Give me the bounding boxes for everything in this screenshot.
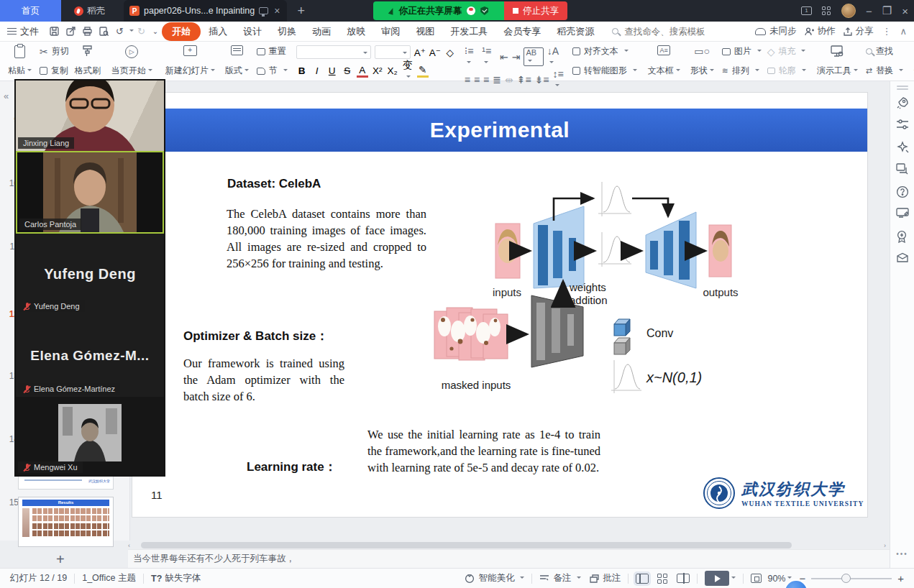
line-spacing-up-icon[interactable]: ⇞≡ <box>517 74 531 86</box>
participant-video-carlos[interactable]: Carlos Pantoja <box>16 151 164 234</box>
increase-font-icon[interactable]: A⁺ <box>414 47 426 58</box>
strikethrough-button[interactable]: S <box>342 65 353 76</box>
smart-beautify-button[interactable]: 智能美化 <box>465 572 524 584</box>
bullet-list-icon[interactable]: ⁝≡ <box>465 45 479 68</box>
distribute-icon[interactable]: ⇹ <box>505 74 513 86</box>
stop-share-button[interactable]: 停止共享 <box>504 1 567 20</box>
text-direction-icon[interactable]: AB <box>524 47 543 66</box>
participant-panel-elena[interactable]: Elena Gómez-M... Elena Gómez-Martínez <box>16 314 164 397</box>
undo-icon[interactable]: ↺ <box>116 26 124 37</box>
layout-button[interactable]: 版式 <box>220 42 254 81</box>
redo-icon[interactable]: ↻ <box>137 26 145 37</box>
collapse-panel-icon[interactable]: « <box>4 91 9 101</box>
file-menu[interactable]: 文件 <box>0 25 46 38</box>
ribbon-tab-home[interactable]: 开始 <box>162 22 201 41</box>
find-button[interactable]: 查找 <box>866 45 903 58</box>
decrease-indent-icon[interactable]: ⇤ <box>500 51 508 63</box>
justify-icon[interactable]: ≣ <box>493 74 501 86</box>
notes-toggle-button[interactable]: 备注 <box>539 572 581 584</box>
badge-icon[interactable] <box>896 230 909 243</box>
decrease-font-icon[interactable]: A⁻ <box>429 47 441 58</box>
participant-video-jinxing[interactable]: Jinxing Liang <box>16 81 164 151</box>
user-avatar[interactable] <box>841 4 856 18</box>
thumbnail-15[interactable]: Results <box>18 497 114 547</box>
clear-format-icon[interactable]: ◇ <box>444 47 456 58</box>
theme-name[interactable]: 1_Office 主题 <box>82 572 136 584</box>
font-size-select[interactable] <box>375 45 411 59</box>
command-search[interactable] <box>612 26 716 37</box>
zoom-in-button[interactable]: + <box>897 572 904 584</box>
numbered-list-icon[interactable]: ¹≡ <box>482 45 496 68</box>
format-painter-button[interactable]: 格式刷 <box>75 65 101 77</box>
undo-caret[interactable] <box>129 29 134 34</box>
slide-sorter-view-button[interactable] <box>657 574 668 584</box>
feedback-mail-icon[interactable] <box>896 252 909 265</box>
export-icon[interactable] <box>66 27 76 36</box>
quickbar-more-icon[interactable]: ⌄ <box>152 27 158 35</box>
video-conference-overlay[interactable]: Jinxing Liang Carlos Pantoja Yufeng Deng… <box>14 79 165 477</box>
document-tab[interactable]: P paper026-Uns...e Inpainting × <box>124 0 287 22</box>
zoom-slider-handle[interactable] <box>841 574 851 583</box>
minimize-button[interactable]: − <box>866 5 872 17</box>
ribbon-tab-devtools[interactable]: 开发工具 <box>442 22 495 41</box>
window-grid-icon[interactable] <box>822 6 831 16</box>
ribbon-tab-animation[interactable]: 动画 <box>304 22 339 41</box>
ribbon-tab-transition[interactable]: 切换 <box>270 22 304 41</box>
participant-panel-yufeng[interactable]: Yufeng Deng Yufeng Deng <box>16 234 164 314</box>
scroll-right-arrow[interactable]: › <box>884 542 886 549</box>
effects-star-icon[interactable] <box>896 141 909 154</box>
comments-button[interactable]: 批注 <box>590 572 621 584</box>
duplicate-window-icon[interactable] <box>896 163 909 176</box>
close-tab-icon[interactable]: × <box>273 5 281 17</box>
phonetic-button[interactable]: 变 <box>402 59 413 83</box>
align-center-icon[interactable]: ≡ <box>474 74 480 86</box>
zoom-level[interactable]: 90% <box>767 574 785 584</box>
vertical-text-icon[interactable]: ↓A <box>547 45 564 68</box>
ribbon-tab-member[interactable]: 会员专享 <box>495 22 549 41</box>
outline-button[interactable]: 轮廓 <box>767 65 806 77</box>
panel-more-dots[interactable]: ••• <box>890 550 914 558</box>
picture-button[interactable]: 图片 <box>722 45 762 58</box>
increase-indent-icon[interactable]: ⇥ <box>512 51 521 63</box>
scrollbar-track[interactable] <box>132 542 882 548</box>
convert-smartart-button[interactable]: 转智能图形 <box>572 65 637 77</box>
arrange-button[interactable]: ≋排列 <box>722 65 762 77</box>
quick-tools-rocket-icon[interactable] <box>896 96 909 109</box>
thumbnail-14-partial[interactable]: 武汉纺织大学 <box>18 476 114 490</box>
select-button[interactable]: 选择 <box>909 42 914 81</box>
share-button[interactable]: 分享 <box>844 25 873 37</box>
thumb-number-15[interactable]: 15 <box>0 497 19 507</box>
restore-button[interactable]: ❐ <box>882 4 892 17</box>
scrollbar-thumb[interactable] <box>141 542 792 548</box>
more-menu-icon[interactable]: ⋮ <box>882 26 891 37</box>
search-input[interactable] <box>623 26 716 37</box>
section-button[interactable]: 节 <box>257 65 288 77</box>
superscript-button[interactable]: X² <box>372 65 383 76</box>
presentation-tools-button[interactable]: 演示工具 <box>812 42 863 81</box>
print-icon[interactable] <box>83 27 92 36</box>
preview-icon[interactable] <box>99 27 109 36</box>
play-options-caret[interactable] <box>731 576 736 581</box>
fill-button[interactable]: ◇填充 <box>767 45 806 58</box>
panel-drag-handle[interactable] <box>897 86 908 87</box>
font-color-button[interactable]: A <box>357 65 368 78</box>
ribbon-tab-insert[interactable]: 插入 <box>201 22 235 41</box>
ribbon-tab-design[interactable]: 设计 <box>235 22 270 41</box>
play-from-current-button[interactable]: ▷ 当页开始 <box>106 42 157 81</box>
align-right-icon[interactable]: ≡ <box>483 74 489 86</box>
new-slide-button[interactable]: + 新建幻灯片 <box>160 42 220 81</box>
speaker-notes-bar[interactable]: 当今世界每年还有不少人死于列车事故， <box>128 549 890 568</box>
underline-button[interactable]: U <box>326 65 338 76</box>
paste-button[interactable]: 粘贴 <box>3 42 37 81</box>
italic-button[interactable]: I <box>311 65 323 76</box>
close-button[interactable]: × <box>902 5 908 17</box>
line-spacing-down-icon[interactable]: ⇟≡ <box>535 74 549 86</box>
save-icon[interactable] <box>50 27 59 36</box>
ribbon-tab-view[interactable]: 视图 <box>408 22 442 41</box>
copy-button[interactable]: 复制 <box>40 65 69 77</box>
add-slide-button[interactable]: + <box>56 551 65 568</box>
align-left-icon[interactable]: ≡ <box>465 74 470 86</box>
docer-tab[interactable]: 稻壳 <box>61 0 118 22</box>
normal-view-button[interactable] <box>636 574 649 584</box>
reading-view-button[interactable] <box>677 574 690 583</box>
